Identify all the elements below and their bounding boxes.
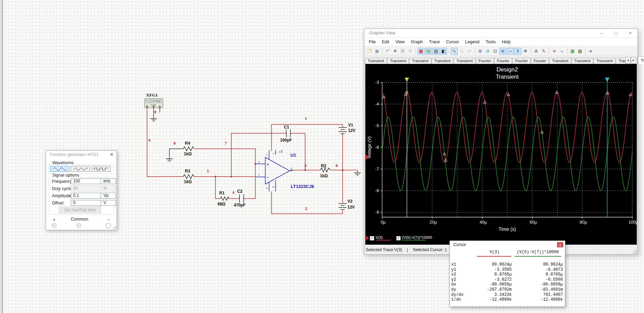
common-terminal-radio[interactable] — [77, 223, 81, 228]
c1-refdes: C1 — [284, 125, 289, 130]
excel-export-icon[interactable]: ▩ — [577, 48, 584, 55]
frequency-input[interactable]: 100 — [71, 178, 103, 184]
legend-checkbox-1[interactable]: ✓ — [396, 236, 401, 241]
cursor-1[interactable]: 1 — [605, 78, 609, 217]
tab-transient-3[interactable]: Transient — [432, 58, 454, 64]
offset-unit[interactable]: V — [101, 200, 116, 206]
svg-text:6: 6 — [148, 138, 151, 143]
delete-icon[interactable]: ✕ — [392, 48, 399, 55]
tab-scroll-buttons: ◄► — [625, 57, 636, 64]
open-graph-icon[interactable]: ❒ — [366, 48, 373, 55]
window-resize-grip[interactable] — [633, 249, 637, 254]
frequency-unit[interactable]: kHz — [101, 178, 116, 184]
invert-colors-icon[interactable]: ◧ — [440, 48, 447, 55]
zoom-in-icon[interactable]: ⊕ — [477, 48, 484, 55]
tab-fourier-6[interactable]: Fourier — [494, 58, 512, 64]
resistor-r4[interactable]: R4 1kΩ — [183, 141, 194, 156]
legend-checkbox-0[interactable]: ✓ — [370, 236, 374, 241]
tab-transient-1[interactable]: Transient — [387, 58, 409, 64]
sine-waveform-button[interactable] — [50, 166, 69, 172]
capacitor-c2[interactable]: C2 470pF — [234, 189, 246, 208]
grid-toggle-icon[interactable]: ▦ — [418, 48, 424, 55]
u1-part-number: LT1223CJ8 — [291, 184, 314, 189]
paste-icon[interactable]: ⎗ — [407, 48, 414, 55]
pan-icon[interactable]: ✥ — [522, 48, 529, 55]
tab-transient-9[interactable]: Transient — [549, 58, 571, 64]
amplitude-input[interactable]: 0.1 — [71, 193, 103, 199]
close-button[interactable]: ✕ — [623, 29, 637, 37]
xfg1-function-generator[interactable]: + COM − XFG1 — [145, 92, 163, 108]
menu-view[interactable]: View — [392, 40, 408, 44]
save-graph-icon[interactable]: ▣ — [374, 48, 380, 55]
legend-toggle-icon[interactable]: ▤ — [425, 48, 432, 55]
menu-help[interactable]: Help — [499, 40, 514, 44]
tab-fourier-8[interactable]: Fourier — [531, 58, 549, 64]
ground-symbol-xfg[interactable] — [150, 119, 157, 121]
transient-plot[interactable]: Design2Transient-3-4-5-6-7-8-90µ20µ40µ60… — [365, 64, 637, 245]
triangle-waveform-button[interactable] — [71, 166, 90, 172]
scatter-mode-icon[interactable]: ∴ — [458, 48, 465, 55]
menu-graph[interactable]: Graph — [408, 40, 426, 44]
tab-scroll-right-icon[interactable]: ► — [631, 57, 636, 64]
tab-transient-2[interactable]: Transient — [409, 58, 431, 64]
ground-symbol-r4[interactable] — [166, 159, 173, 161]
line-mode-icon[interactable]: ∿ — [451, 48, 458, 55]
add-text-icon[interactable]: A — [533, 48, 540, 55]
tab-fourier-7[interactable]: Fourier — [512, 58, 530, 64]
overlay-traces-icon[interactable]: ≋ — [551, 48, 558, 55]
zoom-area-icon[interactable]: ⊡ — [492, 48, 499, 55]
tab-transient-4[interactable]: Transient — [454, 58, 476, 64]
cursor-col-header-2: (V(5)-V(7))*10000 — [514, 250, 562, 255]
view-table-icon[interactable]: ▦ — [569, 48, 576, 55]
fg-dialog-titlebar[interactable]: Function generator-XFG1 ✕ — [46, 151, 116, 158]
minus-terminal-radio[interactable] — [106, 223, 111, 228]
set-rise-fall-time-button: Set rise/Fall time — [59, 206, 101, 213]
square-waveform-button[interactable] — [91, 166, 111, 172]
annotation-icon[interactable]: ✎ — [540, 48, 547, 55]
chart-area[interactable]: Design2Transient-3-4-5-6-7-8-90µ20µ40µ60… — [365, 64, 637, 245]
menu-tools[interactable]: Tools — [482, 40, 499, 44]
zoom-vertical-icon[interactable]: ⇕ — [514, 48, 521, 55]
tab-fourier-5[interactable]: Fourier — [476, 58, 494, 64]
function-generator-dialog[interactable]: Function generator-XFG1 ✕ Waveforms Sign… — [46, 150, 117, 230]
menu-edit[interactable]: Edit — [379, 40, 392, 44]
fg-resize-grip[interactable] — [112, 226, 116, 229]
wires[interactable] — [147, 108, 357, 214]
stop-icon[interactable]: ■ — [587, 48, 594, 55]
menu-cursor[interactable]: Cursor — [443, 40, 462, 44]
undo-icon[interactable]: ↶ — [384, 48, 391, 55]
capacitor-c1[interactable]: C1 100pF — [280, 125, 292, 143]
copy-icon[interactable]: ⎘ — [399, 48, 406, 55]
tab-transient-13[interactable]: Transient — [638, 56, 644, 64]
plus-terminal-radio[interactable] — [52, 223, 56, 228]
legend-entry-1: (V(5)-V(7))*10000 — [402, 236, 432, 241]
grapher-titlebar[interactable]: Grapher View — ▢ ✕ — [364, 29, 637, 37]
battery-v2[interactable]: V2 12V — [338, 199, 355, 210]
fg-close-icon[interactable]: ✕ — [109, 152, 114, 157]
maximize-button[interactable]: ▢ — [609, 29, 623, 37]
resistor-r2[interactable]: R2 1kΩ — [320, 164, 330, 178]
svg-text:0µ: 0µ — [381, 220, 386, 225]
zoom-fit-icon[interactable]: ⊛ — [499, 48, 506, 55]
ground-symbol-out[interactable] — [354, 173, 361, 176]
graph-properties-icon[interactable]: ▥ — [433, 48, 440, 55]
export-graph-icon[interactable]: ⤷ — [558, 48, 565, 55]
minimize-button[interactable]: — — [594, 29, 609, 37]
tab-transient-0[interactable]: Transient — [365, 58, 387, 64]
menu-trace[interactable]: Trace — [426, 40, 443, 44]
tab-transient-10[interactable]: Transient — [571, 58, 593, 64]
line-scatter-mode-icon[interactable]: ∷ — [466, 48, 473, 55]
menu-legend[interactable]: Legend — [462, 40, 482, 44]
offset-input[interactable]: 0 — [71, 200, 103, 206]
tab-scroll-left-icon[interactable]: ◄ — [625, 57, 631, 64]
grapher-view-window[interactable]: Grapher View — ▢ ✕ FileEditViewGraphTrac… — [364, 29, 638, 255]
zoom-horizontal-icon[interactable]: ⇔ — [507, 48, 514, 55]
tab-transient-11[interactable]: Transient — [593, 58, 615, 64]
resistor-r3[interactable]: R3 1kΩ — [183, 169, 194, 184]
cursor-panel-close-icon[interactable]: x — [557, 242, 563, 247]
r3-refdes: R3 — [185, 169, 190, 174]
amplitude-unit[interactable]: Vp — [101, 193, 116, 199]
menu-file[interactable]: File — [366, 40, 379, 44]
zoom-out-icon[interactable]: ⊖ — [484, 48, 491, 55]
cursor-panel[interactable]: Cursor x V(3) (V(5)-V(7))*10000 x189.962… — [449, 241, 565, 307]
